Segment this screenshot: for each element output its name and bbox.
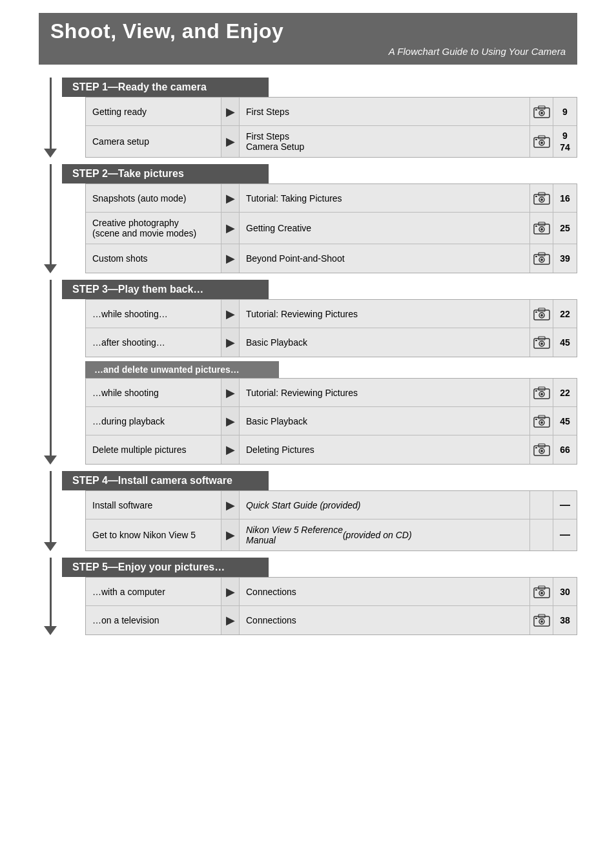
arrow-line-top (50, 471, 52, 542)
step4-section: STEP 4—Install camera software Install s… (39, 471, 577, 551)
step2-row2-left: Creative photography(scene and movie mod… (86, 213, 221, 244)
step1-rows: Getting ready ▶ First Steps (85, 97, 577, 158)
step1-row1-icon (530, 98, 553, 125)
svg-point-28 (540, 314, 543, 317)
svg-point-58 (540, 620, 543, 623)
step2-row3-page: 39 (553, 244, 577, 273)
step2-row2-icon (530, 213, 553, 244)
step3-sub-row2-middle: Basic Playback (240, 407, 530, 435)
step3-body: STEP 3—Play them back… …while shooting… … (62, 280, 577, 465)
svg-rect-59 (535, 618, 537, 619)
step1-header: STEP 1—Ready the camera (62, 78, 269, 97)
svg-point-18 (540, 228, 543, 231)
svg-rect-14 (535, 196, 537, 197)
step1-row2-icon (530, 126, 553, 157)
main-content: STEP 1—Ready the camera Getting ready ▶ … (39, 66, 577, 635)
table-row: …after shooting… ▶ Basic Playback (86, 328, 577, 357)
table-row: Creative photography(scene and movie mod… (86, 213, 577, 244)
svg-rect-54 (535, 589, 537, 591)
arrow-line-top (50, 558, 52, 626)
step3-row1-page: 22 (553, 300, 577, 328)
svg-point-53 (540, 592, 543, 594)
step5-row1-page: 30 (553, 578, 577, 605)
arrow-head (44, 264, 57, 273)
step2-section: STEP 2—Take pictures Snapshots (auto mod… (39, 164, 577, 273)
step2-row1-icon (530, 184, 553, 212)
step4-row2-icon (530, 519, 553, 550)
step4-row1-icon (530, 491, 553, 519)
step3-sub-row1-left: …while shooting (86, 379, 221, 406)
step2-row2-middle: Getting Creative (240, 213, 530, 244)
step4-arrow-col (39, 471, 62, 551)
svg-rect-34 (535, 340, 537, 341)
step1-body: STEP 1—Ready the camera Getting ready ▶ … (62, 78, 577, 158)
step2-row2-page: 25 (553, 213, 577, 244)
step1-row2-page: 9 74 (553, 126, 577, 157)
step2-row1-middle: Tutorial: Taking Pictures (240, 184, 530, 212)
row-arrow-icon: ▶ (221, 300, 240, 328)
step1-row2-left: Camera setup (86, 126, 221, 157)
svg-rect-4 (535, 109, 537, 110)
svg-rect-29 (535, 311, 537, 313)
arrow-head (44, 626, 57, 635)
row-arrow-icon: ▶ (221, 606, 240, 634)
step2-rows: Snapshots (auto mode) ▶ Tutorial: Taking… (85, 183, 577, 273)
step5-row1-left: …with a computer (86, 578, 221, 605)
step1-row2-middle: First StepsCamera Setup (240, 126, 530, 157)
step2-row3-left: Custom shots (86, 244, 221, 273)
step3-header: STEP 3—Play them back… (62, 280, 269, 299)
main-title: Shoot, View, and Enjoy (50, 19, 566, 43)
step1-section: STEP 1—Ready the camera Getting ready ▶ … (39, 78, 577, 158)
step3-sub-row2-icon (530, 407, 553, 435)
table-row: Getting ready ▶ First Steps (86, 98, 577, 126)
table-row: …while shooting ▶ Tutorial: Reviewing Pi… (86, 379, 577, 407)
step3-sub-header: …and delete unwanted pictures… (85, 361, 279, 378)
step3-sub-row1-middle: Tutorial: Reviewing Pictures (240, 379, 530, 406)
row-arrow-icon: ▶ (221, 491, 240, 519)
step5-row1-middle: Connections (240, 578, 530, 605)
step3-sub-row1-icon (530, 379, 553, 406)
svg-point-38 (540, 393, 543, 395)
row-arrow-icon: ▶ (221, 578, 240, 605)
arrow-head (44, 456, 57, 465)
row-arrow-icon: ▶ (221, 519, 240, 550)
row-arrow-icon: ▶ (221, 407, 240, 435)
step2-body: STEP 2—Take pictures Snapshots (auto mod… (62, 164, 577, 273)
header: Shoot, View, and Enjoy A Flowchart Guide… (39, 13, 577, 65)
step4-row2-page: — (553, 519, 577, 550)
step4-row1-page: — (553, 491, 577, 519)
step3-section: STEP 3—Play them back… …while shooting… … (39, 280, 577, 465)
step2-row3-icon (530, 244, 553, 273)
svg-point-13 (540, 198, 543, 201)
table-row: Delete multiple pictures ▶ Deleting Pict… (86, 435, 577, 464)
table-row: Get to know Nikon View 5 ▶ Nikon View 5 … (86, 519, 577, 550)
row-arrow-icon: ▶ (221, 98, 240, 125)
svg-point-33 (540, 342, 543, 345)
row-arrow-icon: ▶ (221, 244, 240, 273)
step3-sub-row3-left: Delete multiple pictures (86, 435, 221, 464)
step3-row1-left: …while shooting… (86, 300, 221, 328)
row-arrow-icon: ▶ (221, 435, 240, 464)
step1-row1-middle: First Steps (240, 98, 530, 125)
step5-arrow-col (39, 558, 62, 635)
row-arrow-icon: ▶ (221, 379, 240, 406)
svg-point-8 (540, 142, 543, 144)
step4-row2-middle: Nikon View 5 ReferenceManual (provided o… (240, 519, 530, 550)
arrow-line-top (50, 78, 52, 149)
step5-section: STEP 5—Enjoy your pictures… …with a comp… (39, 558, 577, 635)
step3-sub-row3-icon (530, 435, 553, 464)
step4-row1-left: Install software (86, 491, 221, 519)
step3-sub-row2-left: …during playback (86, 407, 221, 435)
row-arrow-icon: ▶ (221, 213, 240, 244)
row-arrow-icon: ▶ (221, 184, 240, 212)
step2-header: STEP 2—Take pictures (62, 164, 269, 183)
step3-row2-left: …after shooting… (86, 328, 221, 357)
step3-sub-row3-middle: Deleting Pictures (240, 435, 530, 464)
arrow-line-top (50, 164, 52, 264)
step3-row1-middle: Tutorial: Reviewing Pictures (240, 300, 530, 328)
table-row: Install software ▶ Quick Start Guide (pr… (86, 491, 577, 519)
step5-row2-page: 38 (553, 606, 577, 634)
step5-row1-icon (530, 578, 553, 605)
step5-row2-middle: Connections (240, 606, 530, 634)
svg-rect-19 (535, 225, 537, 227)
